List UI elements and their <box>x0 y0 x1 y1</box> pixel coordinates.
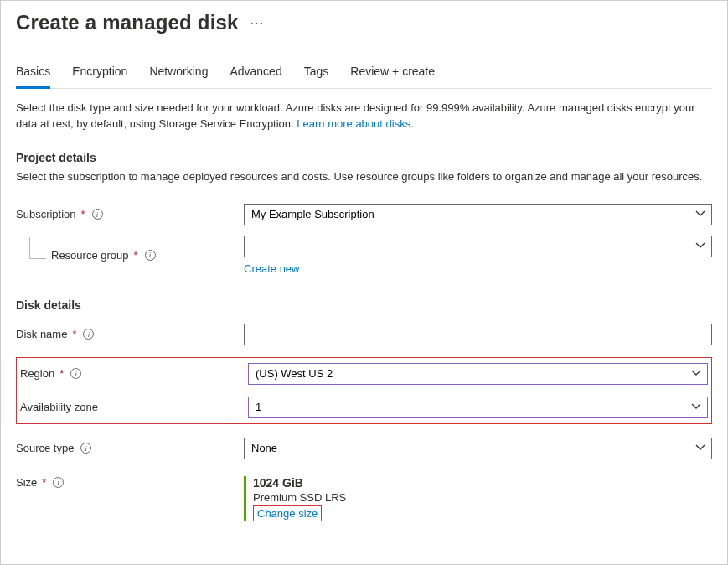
info-icon[interactable]: i <box>83 329 94 340</box>
size-label: Size* i <box>16 476 244 489</box>
source-type-label: Source type i <box>16 442 244 454</box>
required-icon: * <box>81 208 85 220</box>
info-icon[interactable]: i <box>70 368 81 379</box>
tab-encryption[interactable]: Encryption <box>72 65 127 89</box>
change-size-link[interactable]: Change size <box>257 507 318 520</box>
resource-group-label-text: Resource group <box>51 249 129 262</box>
size-type: Premium SSD LRS <box>253 491 712 504</box>
subscription-select[interactable] <box>244 204 712 225</box>
size-summary: 1024 GiB Premium SSD LRS Change size <box>244 476 712 521</box>
tab-networking[interactable]: Networking <box>149 65 208 89</box>
tab-basics[interactable]: Basics <box>16 65 50 89</box>
availability-zone-select[interactable] <box>248 397 708 418</box>
tab-tags[interactable]: Tags <box>304 65 329 89</box>
size-label-text: Size <box>16 476 37 489</box>
tab-advanced[interactable]: Advanced <box>230 65 281 89</box>
more-menu-icon[interactable]: ··· <box>250 16 266 29</box>
disk-name-label: Disk name* i <box>16 328 244 340</box>
project-details-heading: Project details <box>16 151 712 164</box>
required-icon: * <box>59 367 64 380</box>
required-icon: * <box>134 249 138 262</box>
project-details-desc: Select the subscription to manage deploy… <box>16 169 712 185</box>
required-icon: * <box>72 328 76 340</box>
disk-name-input[interactable] <box>244 324 712 345</box>
disk-details-heading: Disk details <box>16 298 712 312</box>
resource-group-label: Resource group* i <box>16 249 244 262</box>
info-icon[interactable]: i <box>145 250 156 261</box>
subscription-label: Subscription* i <box>16 208 244 220</box>
disk-name-label-text: Disk name <box>16 328 67 340</box>
tab-review[interactable]: Review + create <box>350 65 435 89</box>
info-icon[interactable]: i <box>80 443 91 454</box>
region-select[interactable] <box>248 363 708 385</box>
source-type-select[interactable] <box>244 438 712 459</box>
source-type-label-text: Source type <box>16 442 74 454</box>
region-label-text: Region <box>20 367 54 380</box>
page-title: Create a managed disk <box>16 11 239 34</box>
subscription-label-text: Subscription <box>16 208 76 220</box>
intro-text: Select the disk type and size needed for… <box>16 101 712 132</box>
availability-zone-label-text: Availability zone <box>20 401 98 413</box>
region-zone-highlight: Region* i Availability zone <box>16 357 712 424</box>
required-icon: * <box>42 476 46 489</box>
size-value: 1024 GiB <box>253 476 712 490</box>
info-icon[interactable]: i <box>53 477 64 488</box>
tree-connector-icon <box>29 237 46 259</box>
tabs: Basics Encryption Networking Advanced Ta… <box>16 65 712 89</box>
region-label: Region* i <box>20 367 248 380</box>
learn-more-link[interactable]: Learn more about disks. <box>297 117 413 130</box>
create-new-link[interactable]: Create new <box>244 262 299 275</box>
resource-group-select[interactable] <box>244 236 712 257</box>
info-icon[interactable]: i <box>92 209 103 220</box>
availability-zone-label: Availability zone <box>20 401 248 413</box>
